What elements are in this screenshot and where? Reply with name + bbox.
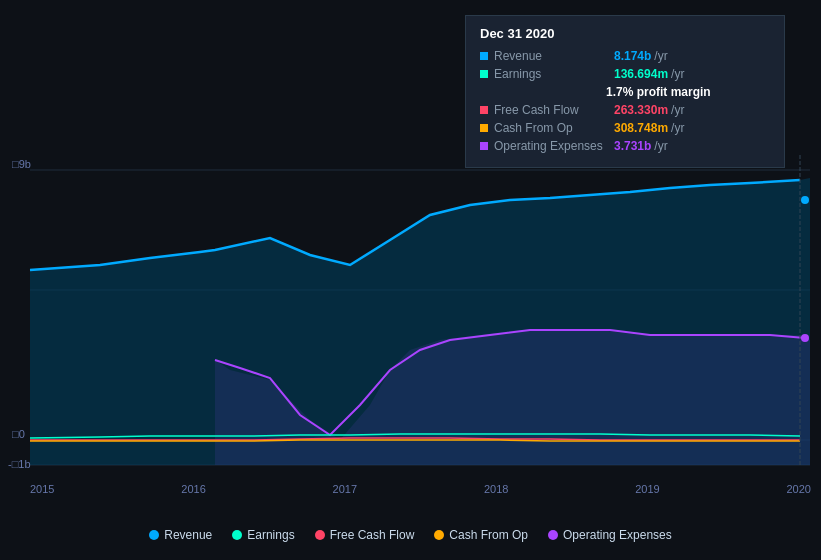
tooltip-opex-row: Operating Expenses 3.731b /yr — [480, 139, 770, 153]
y-label-neg1b: -□1b — [8, 458, 31, 470]
tooltip-earnings-value: 136.694m — [614, 67, 668, 81]
chart-container: □9b □0 -□1b 2015 2016 2017 2018 2019 202… — [0, 0, 821, 560]
cfo-color-dot — [480, 124, 488, 132]
legend-cfo-label: Cash From Op — [449, 528, 528, 542]
tooltip-cfo-label: Cash From Op — [494, 121, 614, 135]
opex-color-dot — [480, 142, 488, 150]
x-label-2020: 2020 — [786, 483, 810, 495]
tooltip-revenue-value: 8.174b — [614, 49, 651, 63]
tooltip-earnings-label: Earnings — [494, 67, 614, 81]
tooltip-box: Dec 31 2020 Revenue 8.174b /yr Earnings … — [465, 15, 785, 168]
legend-earnings-dot — [232, 530, 242, 540]
fcf-color-dot — [480, 106, 488, 114]
legend-earnings-label: Earnings — [247, 528, 294, 542]
tooltip-fcf-unit: /yr — [671, 103, 684, 117]
tooltip-fcf-value: 263.330m — [614, 103, 668, 117]
tooltip-cfo-unit: /yr — [671, 121, 684, 135]
legend-revenue[interactable]: Revenue — [149, 528, 212, 542]
x-axis: 2015 2016 2017 2018 2019 2020 — [30, 483, 811, 495]
legend-fcf[interactable]: Free Cash Flow — [315, 528, 415, 542]
y-label-9b: □9b — [12, 158, 31, 170]
tooltip-title: Dec 31 2020 — [480, 26, 770, 41]
legend-cfo-dot — [434, 530, 444, 540]
x-label-2018: 2018 — [484, 483, 508, 495]
tooltip-revenue-row: Revenue 8.174b /yr — [480, 49, 770, 63]
x-label-2016: 2016 — [181, 483, 205, 495]
x-label-2015: 2015 — [30, 483, 54, 495]
tooltip-revenue-label: Revenue — [494, 49, 614, 63]
tooltip-fcf-row: Free Cash Flow 263.330m /yr — [480, 103, 770, 117]
legend: Revenue Earnings Free Cash Flow Cash Fro… — [0, 528, 821, 542]
legend-opex-dot — [548, 530, 558, 540]
legend-fcf-label: Free Cash Flow — [330, 528, 415, 542]
legend-cfo[interactable]: Cash From Op — [434, 528, 528, 542]
legend-earnings[interactable]: Earnings — [232, 528, 294, 542]
revenue-color-dot — [480, 52, 488, 60]
svg-point-6 — [801, 334, 809, 342]
svg-point-5 — [801, 196, 809, 204]
tooltip-opex-value: 3.731b — [614, 139, 651, 153]
x-label-2017: 2017 — [333, 483, 357, 495]
tooltip-opex-label: Operating Expenses — [494, 139, 614, 153]
legend-opex[interactable]: Operating Expenses — [548, 528, 672, 542]
tooltip-cfo-row: Cash From Op 308.748m /yr — [480, 121, 770, 135]
legend-opex-label: Operating Expenses — [563, 528, 672, 542]
tooltip-opex-unit: /yr — [654, 139, 667, 153]
legend-fcf-dot — [315, 530, 325, 540]
tooltip-profit-margin: 1.7% profit margin — [606, 85, 770, 99]
y-label-0: □0 — [12, 428, 25, 440]
earnings-color-dot — [480, 70, 488, 78]
tooltip-revenue-unit: /yr — [654, 49, 667, 63]
legend-revenue-label: Revenue — [164, 528, 212, 542]
x-label-2019: 2019 — [635, 483, 659, 495]
tooltip-cfo-value: 308.748m — [614, 121, 668, 135]
tooltip-earnings-row: Earnings 136.694m /yr — [480, 67, 770, 81]
tooltip-earnings-unit: /yr — [671, 67, 684, 81]
legend-revenue-dot — [149, 530, 159, 540]
tooltip-fcf-label: Free Cash Flow — [494, 103, 614, 117]
